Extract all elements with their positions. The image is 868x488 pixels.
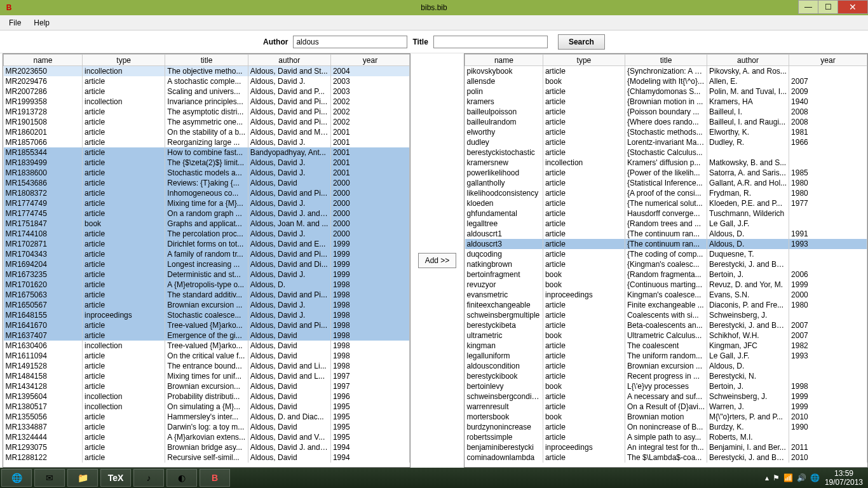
col-name[interactable]: name (465, 55, 543, 66)
table-row[interactable]: MR1702871articleDirichlet forms on tot..… (4, 239, 410, 249)
table-row[interactable]: powerlikelihoodarticle{Power of the like… (465, 168, 867, 178)
volume-icon[interactable]: 🔊 (797, 473, 806, 482)
table-row[interactable]: MR1808372articleInhomogeneous co...Aldou… (4, 188, 410, 198)
search-button[interactable]: Search (558, 34, 605, 50)
table-row[interactable]: MR1355056articleHammersley's inter...Ald… (4, 412, 410, 422)
table-row[interactable]: MR2029476articleA stochastic comple...Al… (4, 76, 410, 86)
task-eclipse[interactable]: ◐ (166, 469, 197, 487)
table-row[interactable]: bailleulrandomarticle{Where does rando..… (465, 117, 867, 127)
table-row[interactable]: MR1434128articleBrownian excursion...Ald… (4, 381, 410, 391)
table-row[interactable]: bertoinlevybookL{\'e}vy processesBertoin… (465, 381, 867, 391)
table-row[interactable]: MR1839499articleThe {$\zeta(2)$} limit..… (4, 158, 410, 168)
table-row[interactable]: dudleyarticleLorentz-invariant Mar...Dud… (465, 137, 867, 147)
table-row[interactable]: MR1648155inproceedingsStochastic coalesc… (4, 310, 410, 320)
table-row[interactable]: legalluniformarticleThe uniform random..… (465, 351, 867, 361)
task-spotify[interactable]: ♪ (133, 469, 164, 487)
table-row[interactable]: finiteexchangeablearticleFinite exchange… (465, 300, 867, 310)
table-row[interactable]: MR1641670articleTree-valued {M}arko...Al… (4, 320, 410, 330)
table-row[interactable]: MR1694204articleLongest increasing ...Al… (4, 259, 410, 269)
table-row[interactable]: benjaminiberestyckiinproceedingsAn integ… (465, 442, 867, 452)
table-row[interactable]: polinarticle{Chlamydomonas S...Polin, M.… (465, 86, 867, 97)
col-author[interactable]: author (248, 55, 330, 66)
table-row[interactable]: pikovskybookarticle{Synchronization: A u… (465, 66, 867, 76)
author-input[interactable] (293, 36, 407, 48)
table-row[interactable]: aldousconditionarticleBrownian excursion… (465, 361, 867, 371)
table-row[interactable]: kramersnewincollectionKramers' diffusion… (465, 158, 867, 168)
table-row[interactable]: MR1901508articleThe asymmetric one...Ald… (4, 117, 410, 127)
task-thunderbird[interactable]: ✉ (34, 469, 65, 487)
col-year[interactable]: year (789, 55, 867, 66)
table-row[interactable]: MR1324444articleA {M}arkovian extens...A… (4, 432, 410, 442)
network-icon[interactable]: 🌐 (810, 473, 820, 482)
table-row[interactable]: schweinsbergmultiplearticleCoalescents w… (465, 310, 867, 320)
col-name[interactable]: name (4, 55, 83, 66)
table-row[interactable]: MR1334887articleDarwin's log: a toy m...… (4, 422, 410, 432)
table-row[interactable]: MR1860201articleOn the stability of a b.… (4, 127, 410, 137)
table-row[interactable]: bailleulpoissonarticle{Poisson boundary … (465, 107, 867, 117)
maximize-button[interactable]: ☐ (818, 0, 838, 14)
table-row[interactable]: MR1774749articleMixing time for a {M}...… (4, 198, 410, 208)
table-row[interactable]: kingmanarticleThe coalescentKingman, JFC… (465, 341, 867, 351)
table-row[interactable]: bertoinfragmentbook{Random fragmenta...B… (465, 269, 867, 280)
close-button[interactable]: ✕ (837, 0, 868, 14)
table-row[interactable]: berestyckistochasticarticle{Stochastic C… (465, 147, 867, 158)
table-row[interactable]: MR1774745articleOn a random graph ...Ald… (4, 208, 410, 219)
table-row[interactable]: MR1395604incollectionProbability distrib… (4, 391, 410, 402)
table-row[interactable]: MR1701620articleA {M}etropolis-type o...… (4, 280, 410, 290)
add-button[interactable]: Add >> (418, 253, 457, 268)
table-row[interactable]: MR1491528articleThe entrance bound...Ald… (4, 361, 410, 371)
table-row[interactable]: robertssimplearticleA simple path to asy… (465, 432, 867, 442)
col-title[interactable]: title (165, 55, 248, 66)
col-type[interactable]: type (543, 55, 625, 66)
table-row[interactable]: likelihoodconsistencyarticle{A proof of … (465, 188, 867, 198)
table-row[interactable]: evansmetricinproceedingsKingman's coales… (465, 290, 867, 300)
table-row[interactable]: MR1288122articleRecursive self-simil...A… (4, 452, 410, 463)
table-row[interactable]: MR1913728articleThe asymptotic distri...… (4, 107, 410, 117)
table-row[interactable]: schweinsbergconditi...articleA necessary… (465, 391, 867, 402)
table-row[interactable]: allensdebook{Modeling with It{\^o}...All… (465, 76, 867, 86)
table-row[interactable]: MR1744108articleThe percolation proc...A… (4, 229, 410, 239)
table-row[interactable]: MR1675063articleThe standard additiv...A… (4, 290, 410, 300)
table-row[interactable]: warrenresultarticleOn a Result of {D}avi… (465, 402, 867, 412)
table-row[interactable]: MR1650567articleBrownian excursion ...Al… (4, 300, 410, 310)
table-row[interactable]: MR2007286articleScaling and univers...Al… (4, 86, 410, 97)
table-row[interactable]: MR1704343articleA family of random tr...… (4, 249, 410, 259)
task-explorer[interactable]: 📁 (67, 469, 98, 487)
table-row[interactable]: gallanthollyarticle{Statistical Inferenc… (465, 178, 867, 188)
table-row[interactable]: duqcodingarticle{The coding of comp...Du… (465, 249, 867, 259)
col-year[interactable]: year (330, 55, 409, 66)
table-row[interactable]: MR1751847bookGraphs and applicat...Aldou… (4, 219, 410, 229)
table-row[interactable]: aldouscrt1article{The continuum ran...Al… (465, 229, 867, 239)
left-table-scroll[interactable]: name type title author year MR2023650inc… (3, 54, 410, 467)
task-tex[interactable]: TeX (100, 469, 131, 487)
right-table-scroll[interactable]: name type title author year pikovskybook… (465, 54, 867, 467)
col-title[interactable]: title (625, 55, 707, 66)
table-row[interactable]: MR2023650incollectionThe objective metho… (4, 66, 410, 76)
menu-help[interactable]: Help (27, 17, 56, 29)
task-chrome[interactable]: 🌐 (1, 469, 32, 487)
col-type[interactable]: type (83, 55, 165, 66)
flag-icon[interactable]: ⚑ (773, 473, 780, 482)
table-row[interactable]: MR1611094articleOn the critical value f.… (4, 351, 410, 361)
table-row[interactable]: MR1999358incollectionInvariance principl… (4, 97, 410, 107)
wifi-icon[interactable]: 📶 (783, 473, 793, 482)
table-row[interactable]: MR1543686articleReviews: {T}aking {...Al… (4, 178, 410, 188)
table-row[interactable]: berestyckibetaarticleBeta-coalescents an… (465, 320, 867, 330)
table-row[interactable]: aldouscrt3article{The continuum ran...Al… (465, 239, 867, 249)
table-row[interactable]: MR1380517incollectionOn simulating a {M}… (4, 402, 410, 412)
table-row[interactable]: MR1855344articleHow to combine fast...Ba… (4, 147, 410, 158)
table-row[interactable]: MR1484158articleMixing times for unif...… (4, 371, 410, 381)
table-row[interactable]: cominadownlambdaarticleThe $\Lambda$-coa… (465, 452, 867, 463)
table-row[interactable]: burdzynonincreasearticleOn nonincrease o… (465, 422, 867, 432)
table-row[interactable]: MR1637407articleEmergence of the gi...Al… (4, 330, 410, 341)
table-row[interactable]: ghfundamentalarticleHausdorff converge..… (465, 208, 867, 219)
table-row[interactable]: kramersarticle{Brownian motion in ...Kra… (465, 97, 867, 107)
tray-icons[interactable]: ▴ ⚑ 📶 🔊 🌐 (765, 473, 820, 482)
table-row[interactable]: ultrametricbookUltrametric Calculus...Sc… (465, 330, 867, 341)
tray-chevron-icon[interactable]: ▴ (765, 473, 769, 482)
table-row[interactable]: MR1630406incollectionTree-valued {M}arko… (4, 341, 410, 351)
minimize-button[interactable]: — (798, 0, 818, 14)
title-input[interactable] (433, 36, 548, 48)
table-row[interactable]: MR1673235articleDeterministic and st...A… (4, 269, 410, 280)
table-row[interactable]: legalltreearticle{Random trees and ...Le… (465, 219, 867, 229)
